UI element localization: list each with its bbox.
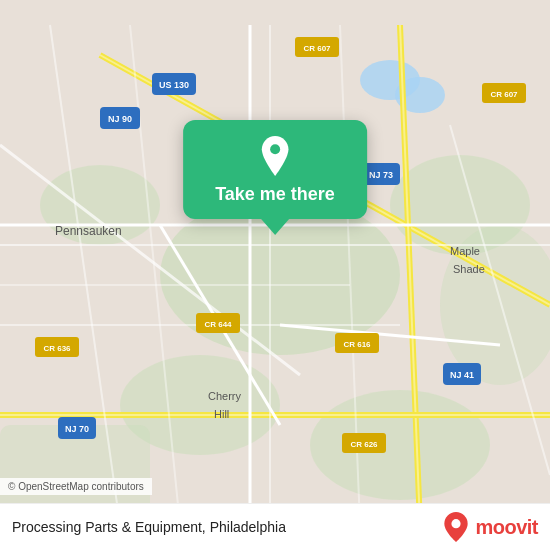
- svg-text:CR 616: CR 616: [343, 340, 371, 349]
- svg-text:Hill: Hill: [214, 408, 229, 420]
- svg-text:CR 626: CR 626: [350, 440, 378, 449]
- svg-text:NJ 41: NJ 41: [450, 370, 474, 380]
- moovit-text: moovit: [475, 516, 538, 539]
- svg-point-4: [310, 390, 490, 500]
- take-me-there-popup[interactable]: Take me there: [183, 120, 367, 235]
- bottom-bar: Processing Parts & Equipment, Philadelph…: [0, 503, 550, 550]
- map-attribution: © OpenStreetMap contributors: [0, 478, 152, 495]
- moovit-logo: moovit: [441, 512, 538, 542]
- svg-text:US 130: US 130: [159, 80, 189, 90]
- svg-text:NJ 70: NJ 70: [65, 424, 89, 434]
- popup-tail: [261, 219, 289, 235]
- location-bar: Processing Parts & Equipment, Philadelph…: [0, 503, 550, 550]
- popup-label: Take me there: [215, 184, 335, 205]
- location-pin-icon: [255, 136, 295, 176]
- svg-text:Maple: Maple: [450, 245, 480, 257]
- popup-card[interactable]: Take me there: [183, 120, 367, 219]
- svg-text:CR 607: CR 607: [303, 44, 331, 53]
- svg-text:CR 636: CR 636: [43, 344, 71, 353]
- svg-text:Pennsauken: Pennsauken: [55, 224, 122, 238]
- svg-text:CR 607: CR 607: [490, 90, 518, 99]
- svg-text:NJ 90: NJ 90: [108, 114, 132, 124]
- moovit-pin-icon: [441, 512, 471, 542]
- svg-text:Shade: Shade: [453, 263, 485, 275]
- svg-text:Cherry: Cherry: [208, 390, 242, 402]
- map-container: NJ 90 US 130 NJ 73 CR 607 CR 607 CR 644 …: [0, 0, 550, 550]
- svg-text:CR 644: CR 644: [204, 320, 232, 329]
- map-svg: NJ 90 US 130 NJ 73 CR 607 CR 607 CR 644 …: [0, 0, 550, 550]
- svg-point-55: [270, 144, 280, 154]
- svg-text:NJ 73: NJ 73: [369, 170, 393, 180]
- svg-point-56: [452, 519, 461, 528]
- location-name: Processing Parts & Equipment, Philadelph…: [12, 519, 286, 535]
